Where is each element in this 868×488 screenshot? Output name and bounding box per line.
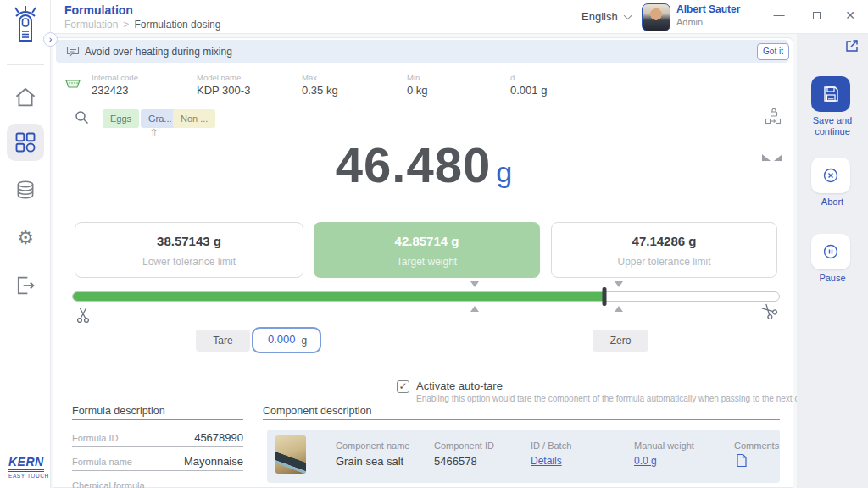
- filter-tag[interactable]: Non ...: [173, 109, 215, 128]
- kern-brand-name: KERN: [8, 455, 44, 472]
- language-selector[interactable]: English: [581, 10, 629, 23]
- expand-icon[interactable]: [844, 39, 860, 53]
- upper-tolerance-box: 47.14286 g Upper tolerance limit: [551, 222, 777, 278]
- sidebar-expand-toggle[interactable]: ›: [43, 32, 58, 47]
- tare-button[interactable]: Tare: [196, 330, 250, 352]
- lock-transfer-icon[interactable]: [764, 107, 782, 125]
- device-field: d 0.001 g: [510, 73, 547, 97]
- search-icon[interactable]: [75, 110, 89, 125]
- collapse-icon[interactable]: [762, 154, 782, 163]
- weight-value: 46.480: [336, 137, 491, 192]
- logout-icon: [14, 274, 37, 297]
- easy-touch-logo-icon: [8, 4, 42, 45]
- auto-tare-label: Activate auto-tare: [416, 380, 503, 392]
- collapse-triangle-left: [762, 154, 771, 161]
- connector-icon: [64, 79, 81, 90]
- comment-icon: [66, 46, 80, 58]
- lower-tolerance-label: Lower tolerance limit: [75, 256, 303, 268]
- auto-tare-checkbox[interactable]: [397, 380, 409, 393]
- maximize-icon: [813, 12, 821, 19]
- sidebar-item-settings[interactable]: ⚙: [14, 226, 37, 250]
- target-weight-value: 42.85714 g: [314, 234, 540, 248]
- top-bar: Formulation Formulation>Formulation dosi…: [51, 0, 868, 34]
- progress-track[interactable]: [72, 291, 780, 302]
- comments-document-icon[interactable]: [736, 453, 748, 468]
- device-field-value: 232423: [92, 84, 138, 97]
- current-weight-tick[interactable]: [602, 287, 606, 306]
- kern-brand-tagline: EASY TOUCH: [8, 473, 49, 479]
- marker-triangle-up: [470, 306, 479, 312]
- pause-button[interactable]: [811, 234, 850, 269]
- component-name-label: Component name: [336, 441, 409, 451]
- filter-tag[interactable]: Eggs: [103, 109, 139, 128]
- sidebar-item-home[interactable]: [14, 86, 37, 109]
- comments-label: Comments: [734, 441, 779, 451]
- chevron-down-icon: [623, 11, 632, 19]
- component-section-title: Component description: [263, 405, 372, 417]
- formula-row: Chemical formula: [72, 476, 243, 488]
- formula-row-label: Chemical formula: [72, 476, 145, 488]
- marker-triangle-down: [470, 281, 479, 287]
- marker-triangle-up: [615, 306, 623, 312]
- abort-label: Abort: [797, 197, 868, 208]
- device-field-label: Internal code: [92, 73, 138, 82]
- breadcrumb-parent[interactable]: Formulation: [64, 19, 118, 30]
- weight-unit: g: [496, 156, 512, 188]
- target-weight-label: Target weight: [314, 256, 540, 268]
- tare-unit: g: [301, 335, 307, 347]
- kern-brand-logo: KERN EASY TOUCH: [8, 454, 49, 479]
- auto-tare-description: Enabling this option would tare the comp…: [416, 394, 839, 403]
- page-title: Formulation: [64, 3, 133, 17]
- manual-weight-link[interactable]: 0.0 g: [634, 455, 657, 467]
- dosing-progress: [72, 279, 780, 316]
- scissors-left-icon[interactable]: [75, 307, 92, 324]
- marker-triangle-down: [615, 281, 623, 287]
- user-role: Admin: [676, 17, 703, 27]
- collapse-triangle-right: [774, 154, 782, 161]
- language-label: English: [581, 10, 618, 23]
- breadcrumb-current: Formulation dosing: [134, 19, 220, 30]
- divider: [7, 64, 44, 65]
- formula-row-value: Mayonnaise: [184, 452, 243, 468]
- left-nav-rail: › ⚙ KERN EASY TOUCH: [0, 0, 51, 488]
- close-button[interactable]: ✕: [841, 8, 860, 25]
- device-field: Min 0 kg: [407, 73, 428, 97]
- tare-input-box: 0.000 g: [252, 327, 321, 353]
- notice-text: Avoid over heating during mixing: [85, 46, 232, 58]
- got-it-button[interactable]: Got it: [757, 43, 789, 60]
- component-section-divider: [263, 419, 780, 420]
- avatar[interactable]: [642, 3, 670, 31]
- device-field: Max 0.35 kg: [302, 73, 338, 97]
- target-weight-box: 42.85714 g Target weight: [314, 222, 540, 278]
- abort-icon: [821, 165, 841, 186]
- batch-label: ID / Batch: [531, 441, 571, 451]
- maximize-button[interactable]: [807, 8, 826, 25]
- settings-gear-icon: ⚙: [14, 226, 37, 250]
- pause-label: Pause: [797, 273, 868, 284]
- component-name-value: Grain sea salt: [336, 455, 403, 468]
- formula-row: Formula name Mayonnaise: [72, 452, 243, 471]
- save-and-continue-button[interactable]: [811, 76, 850, 112]
- upper-tolerance-label: Upper tolerance limit: [552, 256, 776, 268]
- formula-row-label: Formula name: [72, 452, 132, 467]
- tare-input[interactable]: 0.000: [266, 333, 298, 347]
- formula-section-title: Formula description: [72, 405, 165, 417]
- sidebar-item-apps[interactable]: [14, 130, 37, 154]
- formula-row-label: Formula ID: [72, 429, 118, 443]
- batch-details-link[interactable]: Details: [531, 455, 562, 467]
- device-field-label: d: [510, 73, 547, 82]
- manual-weight-label: Manual weight: [634, 441, 694, 451]
- user-name: Albert Sauter: [676, 3, 740, 15]
- abort-button[interactable]: [811, 158, 850, 193]
- breadcrumb: Formulation>Formulation dosing: [64, 19, 220, 30]
- minimize-button[interactable]: —: [770, 8, 788, 25]
- device-field: Internal code 232423: [92, 73, 138, 97]
- device-field: Model name KDP 300-3: [197, 73, 250, 97]
- breadcrumb-separator: >: [123, 19, 129, 30]
- device-field-label: Min: [407, 73, 428, 82]
- zero-button[interactable]: Zero: [593, 330, 648, 352]
- sidebar-item-database[interactable]: [14, 179, 37, 202]
- sidebar-item-logout[interactable]: [14, 274, 37, 297]
- device-field-label: Model name: [197, 73, 250, 82]
- device-field-value: 0.35 kg: [302, 84, 338, 97]
